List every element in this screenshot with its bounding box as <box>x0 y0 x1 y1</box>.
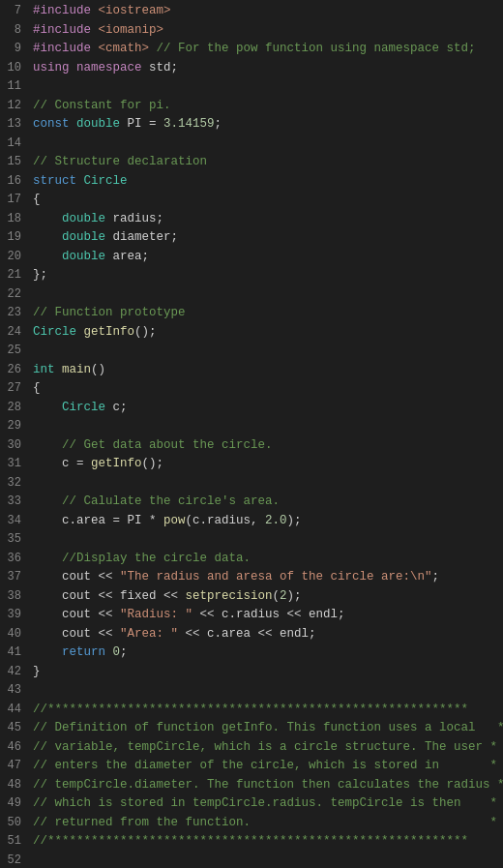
pp-token: #include <box>33 42 91 55</box>
line-number: 32 <box>0 474 29 493</box>
fn-token: getInfo <box>91 457 142 470</box>
code-line: 33 // Calulate the circle's area. <box>0 493 503 512</box>
code-line: 39 cout << "Radius: " << c.radius << end… <box>0 606 503 625</box>
type-token: Circle <box>84 174 128 188</box>
cmt-token: // Function prototype <box>33 306 186 319</box>
plain-token <box>105 645 113 659</box>
cmt-token: // Definition of function getInfo. This … <box>33 721 503 734</box>
code-line: 27{ <box>0 379 503 399</box>
line-number: 20 <box>0 248 29 266</box>
plain-token <box>33 552 62 565</box>
line-number: 7 <box>0 2 29 20</box>
line-number: 31 <box>0 455 29 473</box>
line-number: 42 <box>0 663 29 681</box>
line-number: 30 <box>0 436 29 455</box>
pp-token: #include <box>33 23 91 37</box>
code-line: 30 // Get data about the circle. <box>0 436 503 456</box>
num-token: 2.0 <box>265 514 287 527</box>
code-line: 16struct Circle <box>0 172 503 192</box>
code-line: 19 double diameter; <box>0 228 503 248</box>
plain-token: ); <box>287 589 302 603</box>
line-content: double radius; <box>29 210 503 228</box>
line-content: return 0; <box>29 644 503 662</box>
code-line: 23// Function prototype <box>0 304 503 323</box>
num-token: 0 <box>113 645 121 659</box>
num-token: 2 <box>280 589 287 603</box>
fn-token: setprecision <box>186 589 273 603</box>
plain-token <box>33 250 62 263</box>
line-content: // enters the diameter of the circle, wh… <box>29 757 503 775</box>
line-number: 39 <box>0 606 29 624</box>
plain-token: (c.radius, <box>186 514 266 527</box>
line-content: int main() <box>29 361 503 379</box>
line-content: // Structure declaration <box>29 153 503 171</box>
line-number: 23 <box>0 304 29 322</box>
line-number: 51 <box>0 832 29 851</box>
line-number: 38 <box>0 587 29 606</box>
plain-token: ); <box>287 514 302 527</box>
code-line: 11 <box>0 77 503 97</box>
cmt-token: // variable, tempCircle, which is a circ… <box>33 740 497 754</box>
plain-token: c = <box>33 457 91 470</box>
line-content: //Display the circle data. <box>29 550 503 568</box>
code-line: 15// Structure declaration <box>0 153 503 172</box>
line-content <box>29 474 503 493</box>
code-line: 24Circle getInfo(); <box>0 323 503 343</box>
plain-token: ; <box>120 645 128 659</box>
line-number: 34 <box>0 512 29 530</box>
fn-token: main <box>62 363 91 376</box>
fn-token: getInfo <box>84 325 135 339</box>
code-line: 12// Constant for pi. <box>0 97 503 116</box>
code-line: 43 <box>0 681 503 701</box>
code-line: 8#include <iomanip> <box>0 21 503 41</box>
code-line: 35 <box>0 530 503 550</box>
cmt-token: // For the pow function using namespace … <box>149 42 476 55</box>
code-line: 52 <box>0 852 503 869</box>
code-line: 29 <box>0 417 503 436</box>
plain-token <box>91 23 99 37</box>
line-number: 26 <box>0 361 29 379</box>
plain-token: } <box>33 665 41 678</box>
plain-token: }; <box>33 268 47 282</box>
num-token: 3.14159 <box>163 117 215 131</box>
line-number: 9 <box>0 40 29 58</box>
plain-token: (); <box>142 457 164 470</box>
plain-token: ; <box>432 570 440 584</box>
cmt-token: // Calulate the circle's area. <box>62 494 280 508</box>
code-line: 18 double radius; <box>0 210 503 229</box>
plain-token <box>70 117 77 131</box>
cmt-token: //**************************************… <box>33 703 468 716</box>
line-content: // which is stored in tempCircle.radius.… <box>29 794 503 813</box>
line-content: //**************************************… <box>29 832 503 851</box>
line-content: #include <iomanip> <box>29 21 503 40</box>
plain-token <box>33 645 62 659</box>
line-content: #include <cmath> // For the pow function… <box>29 40 503 58</box>
line-number: 48 <box>0 776 29 794</box>
line-content: }; <box>29 266 503 284</box>
line-content: double diameter; <box>29 228 503 247</box>
line-content: { <box>29 379 503 398</box>
plain-token <box>76 325 84 339</box>
line-content: struct Circle <box>29 172 503 191</box>
code-line: 28 Circle c; <box>0 399 503 418</box>
line-number: 49 <box>0 794 29 813</box>
inc-token: <iomanip> <box>99 23 164 37</box>
code-line: 45// Definition of function getInfo. Thi… <box>0 719 503 738</box>
inc-token: <iostream> <box>99 4 171 17</box>
code-editor: 7#include <iostream>8#include <iomanip>9… <box>0 0 503 868</box>
plain-token: () <box>91 363 105 376</box>
code-line: 25 <box>0 342 503 361</box>
code-line: 47// enters the diameter of the circle, … <box>0 757 503 776</box>
line-content <box>29 681 503 700</box>
line-content: c.area = PI * pow(c.radius, 2.0); <box>29 512 503 530</box>
line-number: 40 <box>0 625 29 644</box>
code-line: 44//************************************… <box>0 701 503 720</box>
plain-token: c; <box>105 401 128 414</box>
line-number: 28 <box>0 399 29 417</box>
plain-token: cout << <box>33 570 120 584</box>
line-content: double area; <box>29 248 503 266</box>
line-number: 12 <box>0 97 29 115</box>
code-line: 7#include <iostream> <box>0 2 503 21</box>
line-number: 11 <box>0 77 29 96</box>
line-content: Circle getInfo(); <box>29 323 503 342</box>
